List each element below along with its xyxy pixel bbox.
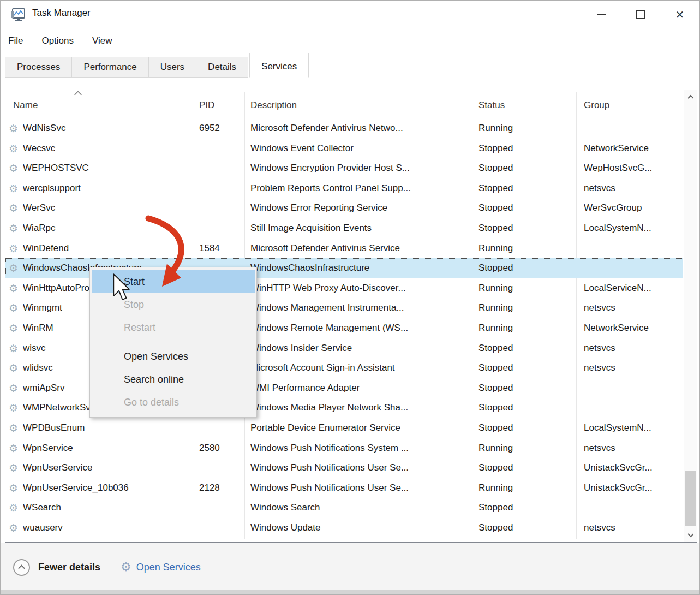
service-group: netsvcs [584,358,680,378]
service-gear-icon: ⚙ [9,458,22,478]
service-name: WiaRpc [23,218,187,239]
table-row[interactable]: ⚙ WinDefend 1584 Microsoft Defender Anti… [5,239,683,259]
fewer-details-button[interactable]: Fewer details [38,562,100,573]
minimize-button[interactable] [582,1,621,29]
context-menu-item[interactable] [129,342,248,342]
tab[interactable]: Details [196,57,248,78]
service-group: WerSvcGroup [584,198,680,218]
vertical-scrollbar[interactable] [684,90,697,542]
service-group: netsvcs [584,518,680,538]
context-menu-item-label: Restart [124,322,155,333]
open-services-gear-icon: ⚙ [121,561,131,573]
service-group: LocalSystemN... [584,218,680,239]
chevron-down-icon [687,531,693,537]
service-status: Running [478,118,572,139]
menubar-item[interactable]: Options [41,35,74,46]
service-gear-icon: ⚙ [9,118,22,139]
scroll-down-button[interactable] [684,528,697,542]
service-description: Windows Search [250,498,468,518]
tab-label: Performance [83,62,136,72]
table-row[interactable]: ⚙ WEPHOSTSVC Windows Encryption Provider… [5,158,683,178]
table-row[interactable]: ⚙ Wecsvc Windows Event Collector Stopped… [5,139,683,159]
column-header-name[interactable]: Name [13,100,38,111]
column-header-pid[interactable]: PID [199,100,214,111]
service-description: Windows Push Notifications System ... [250,438,468,459]
column-header-description[interactable]: Description [250,100,297,111]
service-group: netsvcs [584,298,680,318]
context-menu-item-label: Start [124,276,145,287]
table-row[interactable]: ⚙ WdNisSvc 6952 Microsoft Defender Antiv… [5,118,683,139]
table-row[interactable]: ⚙ WSearch Windows Search Stopped [5,498,683,518]
service-name: WerSvc [23,198,187,218]
context-menu-item[interactable]: Search online [92,368,255,391]
service-status: Running [478,298,572,318]
table-row[interactable]: ⚙ wuauserv Windows Update Stopped netsvc… [5,518,683,538]
context-menu-item[interactable]: Stop [92,293,255,316]
window-title: Task Manager [32,8,91,19]
maximize-button[interactable] [621,1,660,29]
service-pid [199,178,243,199]
table-row[interactable]: ⚙ WerSvc Windows Error Reporting Service… [5,198,683,218]
service-description: Portable Device Enumerator Service [250,418,468,438]
service-status: Stopped [478,378,572,398]
scrollbar-thumb[interactable] [685,471,696,526]
close-button[interactable]: ✕ [660,1,699,29]
table-row[interactable]: ⚙ WpnUserService Windows Push Notificati… [5,458,683,478]
service-status: Stopped [478,338,572,359]
task-manager-window: Task Manager ✕ File Options View Process… [0,0,700,595]
menubar-item[interactable]: View [92,35,112,46]
tab[interactable]: Performance [71,57,148,78]
tab[interactable]: Processes [5,57,72,78]
service-status: Stopped [478,518,572,538]
service-description: Windows Update [250,518,468,538]
service-group: UnistackSvcGr... [584,458,680,478]
column-header-status[interactable]: Status [478,100,505,111]
table-row[interactable]: ⚙ WpnService 2580 Windows Push Notificat… [5,438,683,459]
context-menu-item[interactable]: Restart [92,316,255,339]
service-gear-icon: ⚙ [9,338,22,359]
table-row[interactable]: ⚙ WiaRpc Still Image Acquisition Events … [5,218,683,239]
service-status: Stopped [478,458,572,478]
service-name: WdNisSvc [23,118,187,139]
service-description: Windows Remote Management (WS... [250,318,468,338]
service-status: Stopped [478,398,572,418]
maximize-icon [636,10,645,19]
footer-bar: Fewer details ⚙ Open Services [1,543,699,591]
tab[interactable]: Users [148,57,196,78]
service-description: Windows Management Instrumenta... [250,298,468,318]
service-name: WPDBusEnum [23,418,187,438]
table-row[interactable]: ⚙ WpnUserService_10b036 2128 Windows Pus… [5,478,683,498]
context-menu-item[interactable]: Start [92,270,255,293]
service-gear-icon: ⚙ [9,158,22,178]
service-name: WEPHOSTSVC [23,158,187,178]
tab[interactable]: Services [249,53,309,78]
table-row[interactable]: ⚙ wercplsupport Problem Reports Control … [5,178,683,199]
service-group: LocalServiceN... [584,278,680,299]
service-pid: 2128 [199,478,243,498]
table-row[interactable]: ⚙ WPDBusEnum Portable Device Enumerator … [5,418,683,438]
service-group: NetworkService [584,139,680,159]
service-description: WinHTTP Web Proxy Auto-Discover... [250,278,468,299]
service-name: WinDefend [23,239,187,259]
scroll-up-button[interactable] [684,90,697,104]
service-name: wercplsupport [23,178,187,199]
service-status: Running [478,318,572,338]
column-header-group[interactable]: Group [584,100,609,111]
service-gear-icon: ⚙ [9,139,22,159]
service-description: Microsoft Account Sign-in Assistant [250,358,468,378]
open-services-link[interactable]: Open Services [136,562,201,573]
context-menu-item[interactable]: Open Services [92,345,255,368]
service-gear-icon: ⚙ [9,398,22,418]
service-gear-icon: ⚙ [9,498,22,518]
service-pid [199,418,243,438]
service-gear-icon: ⚙ [9,378,22,398]
service-name: WpnUserService [23,458,187,478]
service-status: Running [478,478,572,498]
service-name: WpnUserService_10b036 [23,478,187,498]
context-menu-item[interactable]: Go to details [92,391,255,414]
service-group [584,239,680,259]
service-group [584,378,680,398]
menubar-item[interactable]: File [8,35,23,46]
window-controls: ✕ [582,1,699,29]
chevron-up-circle-icon[interactable] [13,559,30,576]
